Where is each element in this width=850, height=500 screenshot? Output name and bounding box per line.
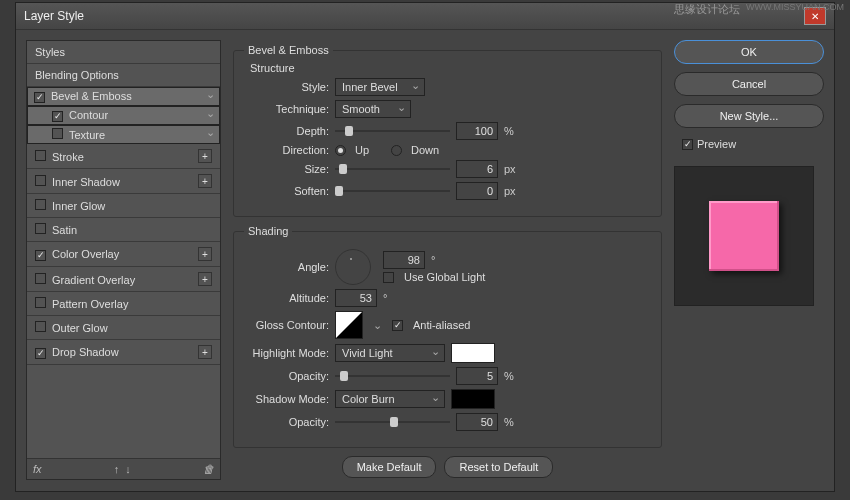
depth-input[interactable]: 100 <box>456 122 498 140</box>
highlight-color-swatch[interactable] <box>451 343 495 363</box>
reset-default-button[interactable]: Reset to Default <box>444 456 553 478</box>
altitude-input[interactable]: 53 <box>335 289 377 307</box>
bevel-emboss-item[interactable]: Bevel & Emboss <box>27 87 220 106</box>
highlight-opacity-input[interactable]: 5 <box>456 367 498 385</box>
preview-checkbox[interactable] <box>682 139 693 150</box>
inner-glow-checkbox[interactable] <box>35 199 46 210</box>
add-icon[interactable]: + <box>198 247 212 261</box>
action-panel: OK Cancel New Style... Preview <box>674 40 824 480</box>
stroke-item[interactable]: Stroke+ <box>27 144 220 169</box>
up-icon[interactable]: ↑ <box>114 463 120 475</box>
dialog-window: Layer Style ✕ Styles Blending Options Be… <box>15 2 835 492</box>
add-icon[interactable]: + <box>198 272 212 286</box>
highlight-opacity-slider[interactable] <box>335 369 450 383</box>
cancel-button[interactable]: Cancel <box>674 72 824 96</box>
style-label: Style: <box>244 81 329 93</box>
depth-slider[interactable] <box>335 124 450 138</box>
new-style-button[interactable]: New Style... <box>674 104 824 128</box>
angle-input[interactable]: 98 <box>383 251 425 269</box>
texture-item[interactable]: Texture <box>27 125 220 144</box>
inner-glow-item[interactable]: Inner Glow <box>27 194 220 218</box>
effects-list: Styles Blending Options Bevel & Emboss C… <box>26 40 221 480</box>
preview-box <box>674 166 814 306</box>
outer-glow-item[interactable]: Outer Glow <box>27 316 220 340</box>
gradient-overlay-checkbox[interactable] <box>35 273 46 284</box>
down-radio[interactable] <box>391 145 402 156</box>
effects-footer: fx ↑ ↓ 🗑 <box>27 458 220 479</box>
gloss-contour-picker[interactable] <box>335 311 363 339</box>
shadow-opacity-input[interactable]: 50 <box>456 413 498 431</box>
dialog-title: Layer Style <box>24 9 84 23</box>
shadow-color-swatch[interactable] <box>451 389 495 409</box>
highlight-opacity-label: Opacity: <box>244 370 329 382</box>
shadow-mode-select[interactable]: Color Burn <box>335 390 445 408</box>
drop-shadow-item[interactable]: Drop Shadow+ <box>27 340 220 365</box>
up-radio[interactable] <box>335 145 346 156</box>
satin-item[interactable]: Satin <box>27 218 220 242</box>
shading-group: Shading Angle: 98° Use Global Light Alti… <box>233 225 662 448</box>
stroke-checkbox[interactable] <box>35 150 46 161</box>
shadow-opacity-slider[interactable] <box>335 415 450 429</box>
soften-input[interactable]: 0 <box>456 182 498 200</box>
inner-shadow-checkbox[interactable] <box>35 175 46 186</box>
blending-options-item[interactable]: Blending Options <box>27 64 220 87</box>
drop-shadow-checkbox[interactable] <box>35 348 46 359</box>
gloss-contour-label: Gloss Contour: <box>244 319 329 331</box>
satin-checkbox[interactable] <box>35 223 46 234</box>
fx-label: fx <box>33 463 42 475</box>
altitude-label: Altitude: <box>244 292 329 304</box>
add-icon[interactable]: + <box>198 174 212 188</box>
global-light-checkbox[interactable] <box>383 272 394 283</box>
add-icon[interactable]: + <box>198 149 212 163</box>
color-overlay-checkbox[interactable] <box>35 250 46 261</box>
add-icon[interactable]: + <box>198 345 212 359</box>
contour-item[interactable]: Contour <box>27 106 220 125</box>
structure-group: Bevel & Emboss Structure Style:Inner Bev… <box>233 44 662 217</box>
trash-icon[interactable]: 🗑 <box>203 463 214 475</box>
options-panel: Bevel & Emboss Structure Style:Inner Bev… <box>225 40 670 480</box>
size-slider[interactable] <box>335 162 450 176</box>
direction-label: Direction: <box>244 144 329 156</box>
shadow-mode-label: Shadow Mode: <box>244 393 329 405</box>
bevel-checkbox[interactable] <box>34 92 45 103</box>
size-input[interactable]: 6 <box>456 160 498 178</box>
pattern-overlay-item[interactable]: Pattern Overlay <box>27 292 220 316</box>
contour-checkbox[interactable] <box>52 111 63 122</box>
style-select[interactable]: Inner Bevel <box>335 78 425 96</box>
anti-aliased-checkbox[interactable] <box>392 320 403 331</box>
color-overlay-item[interactable]: Color Overlay+ <box>27 242 220 267</box>
size-label: Size: <box>244 163 329 175</box>
ok-button[interactable]: OK <box>674 40 824 64</box>
shadow-opacity-label: Opacity: <box>244 416 329 428</box>
styles-item[interactable]: Styles <box>27 41 220 64</box>
highlight-mode-label: Highlight Mode: <box>244 347 329 359</box>
technique-select[interactable]: Smooth <box>335 100 411 118</box>
depth-label: Depth: <box>244 125 329 137</box>
preview-label: Preview <box>697 138 736 150</box>
texture-checkbox[interactable] <box>52 128 63 139</box>
inner-shadow-item[interactable]: Inner Shadow+ <box>27 169 220 194</box>
soften-slider[interactable] <box>335 184 450 198</box>
gradient-overlay-item[interactable]: Gradient Overlay+ <box>27 267 220 292</box>
watermark-text: 思缘设计论坛 <box>674 2 740 17</box>
angle-label: Angle: <box>244 261 329 273</box>
preview-swatch <box>709 201 779 271</box>
soften-label: Soften: <box>244 185 329 197</box>
structure-subtitle: Structure <box>250 62 651 74</box>
outer-glow-checkbox[interactable] <box>35 321 46 332</box>
technique-label: Technique: <box>244 103 329 115</box>
pattern-overlay-checkbox[interactable] <box>35 297 46 308</box>
angle-wheel[interactable] <box>335 249 371 285</box>
highlight-mode-select[interactable]: Vivid Light <box>335 344 445 362</box>
watermark-url: WWW.MISSYUAN.COM <box>746 2 844 12</box>
down-icon[interactable]: ↓ <box>125 463 131 475</box>
make-default-button[interactable]: Make Default <box>342 456 437 478</box>
